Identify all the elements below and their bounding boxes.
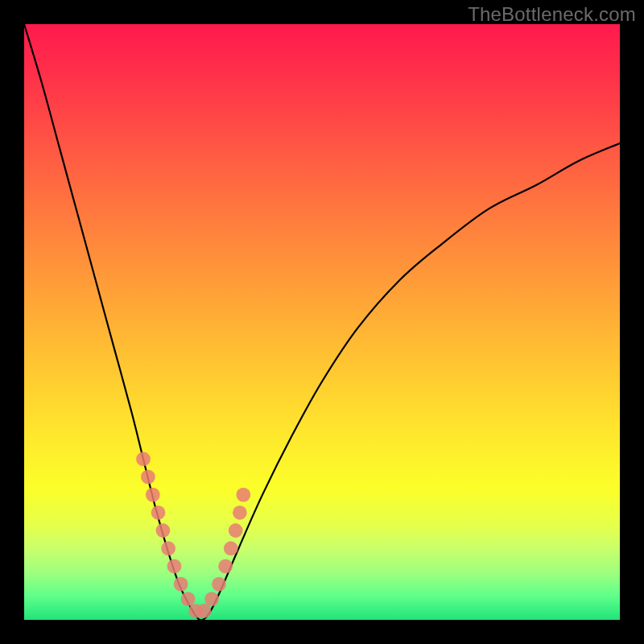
marker-point xyxy=(136,452,151,466)
chart-plot-area xyxy=(24,24,620,620)
marker-group xyxy=(136,452,250,617)
marker-point xyxy=(181,592,196,606)
watermark-text: TheBottleneck.com xyxy=(468,3,636,26)
chart-svg xyxy=(24,24,620,620)
marker-point xyxy=(233,506,247,520)
bottleneck-curve xyxy=(24,24,620,620)
marker-point xyxy=(197,604,212,618)
marker-point xyxy=(212,577,226,592)
marker-point xyxy=(224,541,238,555)
marker-point xyxy=(151,506,166,520)
marker-point xyxy=(218,559,233,574)
marker-point xyxy=(161,541,175,555)
marker-point xyxy=(141,470,155,485)
marker-point xyxy=(156,523,171,538)
marker-point xyxy=(229,523,243,538)
marker-point xyxy=(204,592,219,606)
marker-point xyxy=(146,488,160,502)
marker-point xyxy=(174,577,188,592)
marker-point xyxy=(167,559,182,574)
marker-point xyxy=(236,488,250,502)
